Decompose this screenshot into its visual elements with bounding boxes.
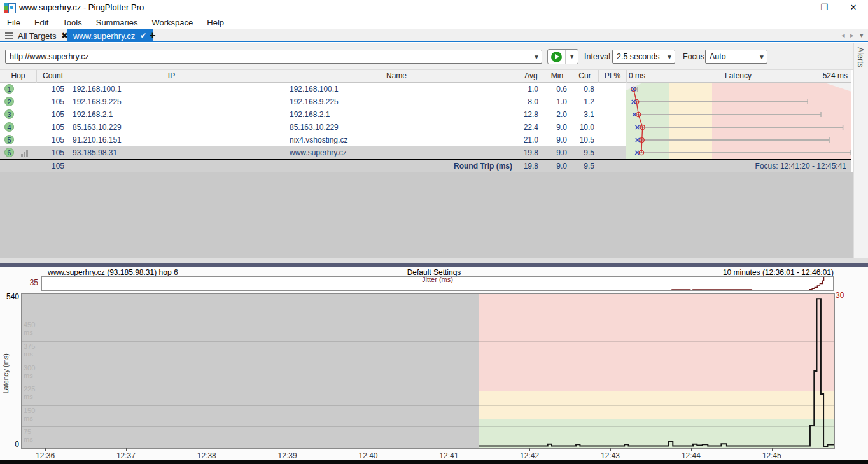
timeline-range-scrollbar[interactable] (0, 460, 868, 464)
time-tick-label: 12:40 (349, 451, 387, 460)
table-row-hop-4[interactable]: 410585.163.10.22985.163.10.22922.49.010.… (0, 121, 626, 134)
cell-avg: 22.4 (517, 123, 538, 132)
table-row-hop-5[interactable]: 510591.210.16.151nix4.vshosting.cz21.09.… (0, 134, 626, 146)
latency-axis-min-label: 0 (3, 440, 19, 449)
start-trace-button[interactable] (548, 50, 565, 64)
menu-item-workspace[interactable]: Workspace (144, 18, 200, 27)
trace-options-dropdown[interactable]: ▼ (565, 50, 578, 64)
menu-item-tools[interactable]: Tools (55, 18, 88, 27)
tab-all-targets[interactable]: All Targets ✖ (0, 29, 73, 42)
hop-number-badge: 6 (4, 148, 14, 157)
cell-ip: 93.185.98.31 (73, 148, 117, 157)
column-header-name[interactable]: Name (274, 70, 519, 83)
table-header: Hop Count IP Name Avg Min Cur PL% 0 ms L… (0, 70, 851, 83)
pingplotter-window: www.superhry.cz - PingPlotter Pro — ❐ ✕ … (0, 0, 868, 464)
time-tick (288, 448, 288, 451)
pane-splitter[interactable] (0, 263, 868, 267)
window-title: www.superhry.cz - PingPlotter Pro (19, 3, 144, 12)
chevron-down-icon[interactable]: ▼ (664, 53, 675, 60)
cell-ip: 192.168.100.1 (73, 85, 122, 94)
cell-cur: 1.2 (571, 97, 594, 106)
focus-range-label: Focus: 12:41:20 - 12:45:41 (636, 162, 846, 171)
trace-control: ▼ (547, 49, 578, 64)
column-header-pl[interactable]: PL% (598, 70, 626, 83)
tab-active-label: www.superhry.cz (73, 31, 135, 41)
latency-line (22, 294, 834, 448)
graph-title: Latency (675, 71, 802, 80)
time-tick (772, 448, 773, 451)
alerts-tab[interactable]: Alerts (856, 47, 865, 67)
time-tick (529, 448, 530, 451)
title-bar: www.superhry.cz - PingPlotter Pro — ❐ ✕ (0, 0, 868, 15)
jitter-axis-label: 35 (22, 278, 38, 287)
column-header-cur[interactable]: Cur (571, 70, 598, 83)
app-icon (4, 3, 15, 13)
column-header-avg[interactable]: Avg (519, 70, 543, 83)
interval-select[interactable]: 2.5 seconds ▼ (612, 50, 675, 64)
time-tick (368, 448, 368, 451)
cell-cur: 3.1 (571, 110, 594, 119)
column-header-count[interactable]: Count (36, 70, 69, 83)
cell-name: 85.163.10.229 (290, 123, 339, 132)
cell-name: www.superhry.cz (290, 148, 347, 157)
time-tick-label: 12:37 (107, 451, 145, 460)
menu-item-file[interactable]: File (0, 18, 27, 27)
toolbar: http://www.superhry.cz ▼ ▼ Interval 2.5 … (0, 43, 868, 70)
cell-count: 105 (36, 85, 64, 94)
menu-item-help[interactable]: Help (200, 18, 231, 27)
tab-scroll-left-icon[interactable]: ◂ (841, 31, 845, 39)
graph-max-label: 524 ms (795, 71, 848, 80)
menu-item-summaries[interactable]: Summaries (89, 18, 145, 27)
column-header-min[interactable]: Min (543, 70, 571, 83)
chevron-down-icon[interactable]: ▼ (757, 53, 767, 60)
hop-number-badge: 3 (4, 109, 14, 119)
time-tick (691, 448, 692, 451)
cell-name: 192.168.9.225 (290, 97, 339, 106)
hop-number-badge: 4 (4, 122, 14, 132)
focus-label: Focus (683, 52, 704, 61)
time-tick (207, 448, 207, 451)
close-button[interactable]: ✕ (839, 0, 868, 15)
chevron-down-icon[interactable]: ▼ (531, 53, 542, 60)
latency-axis-title: Latency (ms) (2, 353, 10, 394)
cell-cur: 9.5 (571, 148, 594, 157)
table-row-hop-2[interactable]: 2105192.168.9.225192.168.9.2258.01.01.2 (0, 95, 626, 108)
focus-select[interactable]: Auto ▼ (705, 50, 767, 64)
play-icon (551, 52, 562, 62)
hamburger-icon (5, 31, 13, 40)
time-tick-label: 12:38 (188, 451, 226, 460)
cell-name: 192.168.2.1 (290, 110, 330, 119)
jitter-chart[interactable]: Jitter (ms) (41, 276, 834, 291)
cell-count: 105 (36, 110, 64, 119)
cell-min: 2.0 (543, 110, 567, 119)
cell-ip: 192.168.9.225 (73, 97, 122, 106)
round-trip-avg: 19.8 (517, 162, 538, 171)
tab-scroll-right-icon[interactable]: ▸ (850, 31, 854, 39)
target-address-value: http://www.superhry.cz (6, 52, 531, 61)
cell-cur: 0.8 (571, 85, 594, 94)
restore-button[interactable]: ❐ (809, 0, 839, 15)
round-trip-row[interactable]: 105 Round Trip (ms) 19.8 9.0 9.5 Focus: … (0, 159, 851, 172)
table-row-hop-3[interactable]: 3105192.168.2.1192.168.2.112.82.03.1 (0, 108, 626, 121)
menu-item-edit[interactable]: Edit (27, 18, 55, 27)
table-row-hop-6[interactable]: 610593.185.98.31www.superhry.cz19.89.09.… (0, 146, 626, 159)
target-address-combo[interactable]: http://www.superhry.cz ▼ (5, 50, 542, 64)
cell-avg: 1.0 (517, 85, 538, 94)
latency-axis-max-label: 540 (3, 292, 19, 301)
column-header-ip[interactable]: IP (69, 70, 274, 83)
new-tab-button[interactable]: + (145, 29, 160, 42)
tab-overflow-icon[interactable]: ▾ (860, 31, 864, 39)
cell-count: 105 (36, 97, 64, 106)
minimize-button[interactable]: — (780, 0, 809, 15)
table-row-hop-1[interactable]: 1105192.168.100.1192.168.100.11.00.60.8 (0, 83, 626, 95)
interval-value: 2.5 seconds (613, 52, 664, 61)
hop-latency-range-chart[interactable] (626, 83, 851, 159)
hop-number-badge: 1 (4, 84, 14, 94)
bars-icon (21, 150, 30, 157)
jitter-axis-right-label: 30 (836, 291, 844, 300)
column-header-hop[interactable]: Hop (0, 70, 36, 83)
table-empty-area (0, 172, 853, 258)
tab-active-target[interactable]: www.superhry.cz ✔ (67, 29, 153, 42)
time-tick (126, 448, 127, 451)
latency-timeline-chart[interactable]: 450 ms375 ms300 ms225 ms150 ms75 ms (21, 293, 835, 449)
